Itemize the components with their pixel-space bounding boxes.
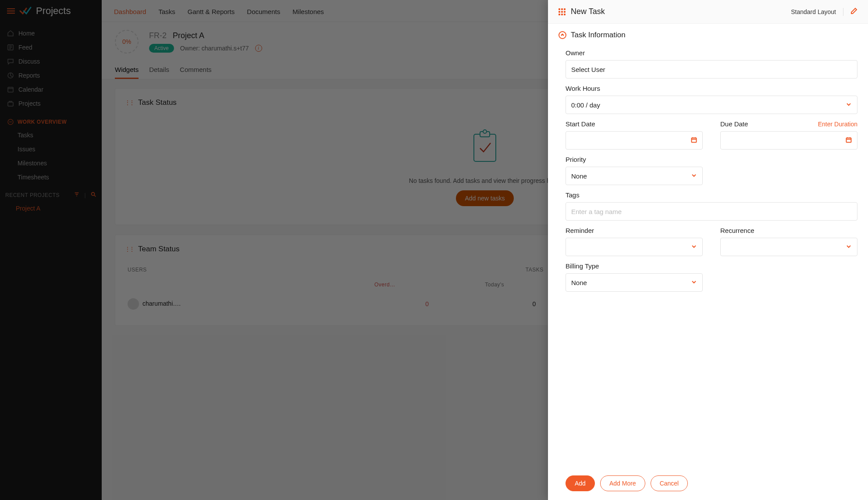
panel-footer: Add Add More Cancel — [548, 468, 868, 500]
add-button[interactable]: Add — [566, 475, 595, 491]
label-owner: Owner — [566, 49, 585, 57]
chevron-up-icon — [559, 31, 566, 39]
start-date-input[interactable] — [566, 131, 703, 150]
panel-body: Owner Select User Work Hours 0:00 / day … — [548, 43, 868, 468]
apps-icon[interactable] — [559, 8, 566, 15]
field-billing-type: Billing Type None — [566, 262, 703, 292]
field-due-date: Due DateEnter Duration — [720, 120, 857, 150]
label-billing: Billing Type — [566, 262, 599, 270]
chevron-down-icon — [846, 243, 852, 251]
section-task-information[interactable]: Task Information — [548, 24, 868, 43]
svg-rect-10 — [847, 138, 851, 142]
chevron-down-icon — [691, 172, 697, 180]
field-tags: Tags — [566, 191, 857, 221]
due-date-input[interactable] — [720, 131, 857, 150]
field-priority: Priority None — [566, 156, 703, 185]
calendar-icon — [691, 137, 697, 144]
chevron-down-icon — [691, 279, 697, 286]
field-start-date: Start Date — [566, 120, 703, 150]
reminder-select[interactable] — [566, 238, 703, 256]
add-more-button[interactable]: Add More — [600, 475, 645, 491]
label-start-date: Start Date — [566, 120, 595, 128]
tags-input[interactable] — [566, 202, 857, 221]
calendar-icon — [846, 137, 852, 144]
label-work-hours: Work Hours — [566, 85, 600, 92]
field-recurrence: Recurrence — [720, 227, 857, 256]
layout-selector[interactable]: Standard Layout — [791, 8, 836, 15]
label-reminder: Reminder — [566, 227, 594, 234]
label-due-date: Due Date — [720, 120, 748, 128]
billing-select[interactable]: None — [566, 273, 703, 292]
priority-select[interactable]: None — [566, 167, 703, 185]
label-tags: Tags — [566, 191, 580, 199]
work-hours-select[interactable]: 0:00 / day — [566, 96, 857, 114]
label-recurrence: Recurrence — [720, 227, 754, 234]
owner-select[interactable]: Select User — [566, 60, 857, 79]
chevron-down-icon — [691, 243, 697, 251]
recurrence-select[interactable] — [720, 238, 857, 256]
panel-header: New Task Standard Layout — [548, 0, 868, 24]
field-reminder: Reminder — [566, 227, 703, 256]
field-work-hours: Work Hours 0:00 / day — [566, 85, 857, 114]
label-priority: Priority — [566, 156, 586, 163]
svg-rect-9 — [692, 138, 697, 142]
field-owner: Owner Select User — [566, 49, 857, 79]
panel-title: New Task — [571, 7, 605, 16]
section-title: Task Information — [571, 31, 626, 39]
chevron-down-icon — [846, 101, 852, 109]
pencil-icon[interactable] — [850, 7, 857, 16]
cancel-button[interactable]: Cancel — [651, 475, 688, 491]
enter-duration-link[interactable]: Enter Duration — [818, 121, 857, 128]
divider — [843, 8, 843, 16]
new-task-panel: New Task Standard Layout Task Informatio… — [548, 0, 868, 500]
